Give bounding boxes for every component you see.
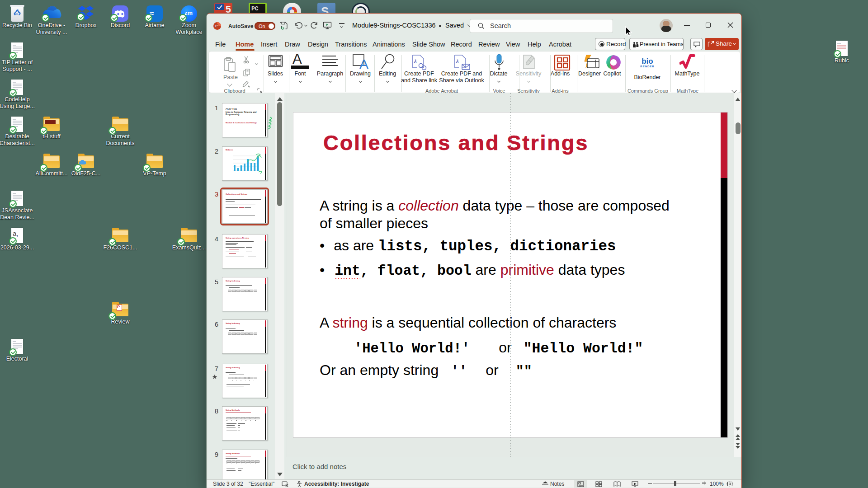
svg-text:A: A <box>359 56 368 70</box>
svg-text:λ: λ <box>414 57 417 64</box>
svg-text:P: P <box>215 24 217 28</box>
svg-text:λ: λ <box>456 57 459 64</box>
